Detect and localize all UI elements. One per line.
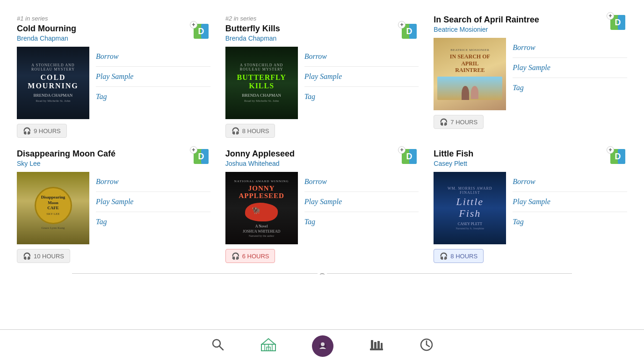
add-button[interactable]: D + <box>610 149 627 166</box>
book-cover-jonny-appleseed[interactable]: National Award Winning JONNYAPPLESEED 🦬 … <box>225 172 298 244</box>
book-card-cold-mourning: #1 in series Cold Mourning Brenda Chapma… <box>9 9 218 143</box>
book-card-little-fish: Little Fish Casey Plett D + Wm. Morris A… <box>426 143 635 269</box>
add-button[interactable]: D + <box>194 149 210 166</box>
book-actions: BorrowPlay SampleTag <box>96 172 210 232</box>
book-content: A Stonechild and Rouleau Mystery COLDMOU… <box>17 47 210 119</box>
svg-rect-28 <box>370 348 383 350</box>
search-icon <box>211 338 225 354</box>
hours-text: 8 HOURS <box>450 253 478 260</box>
book-content: A Stonechild and Rouleau Mystery BUTTERF… <box>225 47 419 119</box>
svg-line-19 <box>219 346 223 350</box>
action-tag[interactable]: Tag <box>513 212 627 232</box>
headphones-icon: 🎧 <box>232 252 239 260</box>
action-borrow[interactable]: Borrow <box>96 47 210 67</box>
svg-text:D: D <box>406 152 412 161</box>
nav-home[interactable] <box>308 332 337 361</box>
action-play-sample[interactable]: Play Sample <box>513 58 627 78</box>
hours-badge: 🎧 9 HOURS <box>17 124 67 138</box>
divider-line: ⌢ <box>72 273 572 274</box>
hours-badge: 🎧 6 HOURS <box>225 249 275 263</box>
shelf-icon <box>369 338 384 354</box>
book-cover-in-search-of-april-raintree[interactable]: Beatrice Mosionier In Search ofAprilRain… <box>434 38 506 110</box>
hours-text: 6 HOURS <box>242 253 269 260</box>
headphones-icon: 🎧 <box>440 252 448 260</box>
action-borrow[interactable]: Borrow <box>513 38 627 58</box>
book-actions: BorrowPlay SampleTag <box>513 172 627 232</box>
book-author: Joshua Whitehead <box>225 160 419 167</box>
svg-text:D: D <box>615 18 621 27</box>
hours-badge: 🎧 10 HOURS <box>17 249 70 263</box>
headphones-icon: 🎧 <box>232 127 239 135</box>
action-play-sample[interactable]: Play Sample <box>96 67 210 87</box>
book-title: Jonny Appleseed <box>225 149 419 159</box>
add-button[interactable]: D + <box>402 24 419 41</box>
book-cover-butterfly-kills[interactable]: A Stonechild and Rouleau Mystery BUTTERF… <box>225 47 298 119</box>
hours-text: 10 HOURS <box>34 253 64 260</box>
book-title: Little Fish <box>434 149 627 159</box>
add-button[interactable]: D + <box>610 15 627 32</box>
book-series: #1 in series <box>17 15 210 22</box>
add-button[interactable]: D + <box>402 149 419 166</box>
svg-text:D: D <box>406 27 412 36</box>
book-content: Beatrice Mosionier In Search ofAprilRain… <box>434 38 627 110</box>
book-cover-cold-mourning[interactable]: A Stonechild and Rouleau Mystery COLDMOU… <box>17 47 89 119</box>
book-content: Wm. Morris Award Finalist LittleFish CAS… <box>434 172 627 244</box>
book-card-jonny-appleseed: Jonny Appleseed Joshua Whitehead D + Nat… <box>218 143 427 269</box>
history-icon <box>420 338 434 354</box>
book-series: #2 in series <box>225 15 419 22</box>
book-content: DisappearingMoonCAFE SKY LEE Grace Lynn … <box>17 172 210 244</box>
headphones-icon: 🎧 <box>440 118 448 126</box>
book-card-in-search-of-april-raintree: In Search of April Raintree Beatrice Mos… <box>426 9 635 143</box>
book-cover-disappearing-moon-cafe[interactable]: DisappearingMoonCAFE SKY LEE Grace Lynn … <box>17 172 89 244</box>
book-author: Brenda Chapman <box>17 35 210 42</box>
hours-text: 9 HOURS <box>34 128 61 135</box>
book-author: Sky Lee <box>17 160 210 167</box>
action-tag[interactable]: Tag <box>513 78 627 98</box>
action-tag[interactable]: Tag <box>96 212 210 232</box>
book-actions: BorrowPlay SampleTag <box>304 172 419 232</box>
book-card-butterfly-kills: #2 in series Butterfly Kills Brenda Chap… <box>218 9 427 143</box>
action-borrow[interactable]: Borrow <box>304 172 419 192</box>
library-icon <box>260 338 276 354</box>
books-grid: #1 in series Cold Mourning Brenda Chapma… <box>0 0 644 269</box>
bottom-navigation <box>0 329 644 362</box>
book-title: Butterfly Kills <box>225 24 419 34</box>
book-author: Beatrice Mosionier <box>434 26 627 33</box>
svg-text:D: D <box>615 152 621 161</box>
nav-library[interactable] <box>257 334 280 358</box>
book-cover-little-fish[interactable]: Wm. Morris Award Finalist LittleFish CAS… <box>434 172 506 244</box>
add-button[interactable]: D + <box>194 24 210 41</box>
action-tag[interactable]: Tag <box>304 87 419 106</box>
action-play-sample[interactable]: Play Sample <box>304 192 419 212</box>
book-title: In Search of April Raintree <box>434 15 627 25</box>
nav-search[interactable] <box>207 334 229 358</box>
book-actions: BorrowPlay SampleTag <box>304 47 419 106</box>
action-borrow[interactable]: Borrow <box>513 172 627 192</box>
action-play-sample[interactable]: Play Sample <box>96 192 210 212</box>
book-actions: BorrowPlay SampleTag <box>513 38 627 98</box>
action-play-sample[interactable]: Play Sample <box>304 67 419 87</box>
nav-history[interactable] <box>416 334 437 358</box>
svg-marker-21 <box>262 339 275 344</box>
svg-rect-31 <box>377 341 380 348</box>
section-divider: ⌢ <box>9 273 635 274</box>
headphones-icon: 🎧 <box>23 252 31 260</box>
action-borrow[interactable]: Borrow <box>304 47 419 67</box>
svg-text:D: D <box>198 152 204 161</box>
hours-badge: 🎧 8 HOURS <box>434 249 484 263</box>
nav-shelf[interactable] <box>365 334 388 357</box>
svg-line-35 <box>427 345 429 347</box>
action-borrow[interactable]: Borrow <box>96 172 210 192</box>
action-tag[interactable]: Tag <box>304 212 419 232</box>
home-icon <box>312 335 333 357</box>
action-play-sample[interactable]: Play Sample <box>513 192 627 212</box>
svg-rect-30 <box>374 342 376 348</box>
svg-rect-29 <box>371 340 373 348</box>
svg-point-27 <box>321 342 325 346</box>
svg-text:D: D <box>198 27 204 36</box>
book-author: Brenda Chapman <box>225 35 419 42</box>
hours-text: 7 HOURS <box>450 119 478 126</box>
hours-text: 8 HOURS <box>242 128 269 135</box>
hours-badge: 🎧 7 HOURS <box>434 115 484 129</box>
action-tag[interactable]: Tag <box>96 87 210 106</box>
